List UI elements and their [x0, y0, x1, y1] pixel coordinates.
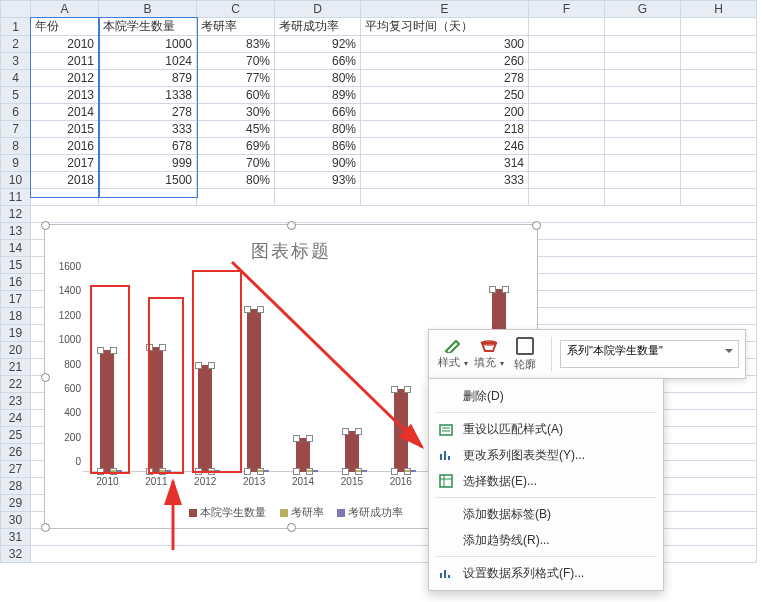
menu-item-delete[interactable]: 删除(D): [429, 383, 663, 409]
x-tick: 2015: [327, 476, 376, 492]
bar[interactable]: [296, 438, 310, 472]
y-tick: 600: [64, 382, 81, 393]
outline-icon: [516, 337, 534, 355]
bar[interactable]: [247, 309, 261, 472]
cell[interactable]: 平均复习时间（天）: [361, 18, 529, 36]
col-header-c[interactable]: C: [197, 1, 275, 18]
y-tick: 400: [64, 407, 81, 418]
col-header-f[interactable]: F: [529, 1, 605, 18]
menu-item-add-data-labels[interactable]: 添加数据标签(B): [429, 501, 663, 527]
y-tick: 1200: [59, 309, 81, 320]
chart-resize-handle[interactable]: [532, 221, 541, 230]
menu-item-format-series[interactable]: 设置数据系列格式(F)...: [429, 560, 663, 586]
menu-item-select-data[interactable]: 选择数据(E)...: [429, 468, 663, 494]
col-header-e[interactable]: E: [361, 1, 529, 18]
menu-item-add-trendline[interactable]: 添加趋势线(R)...: [429, 527, 663, 553]
chart-resize-handle[interactable]: [287, 221, 296, 230]
cell[interactable]: 考研成功率: [275, 18, 361, 36]
row-header[interactable]: 1: [1, 18, 31, 36]
col-header-g[interactable]: G: [605, 1, 681, 18]
y-tick: 200: [64, 431, 81, 442]
reset-icon: [437, 420, 455, 438]
y-tick: 800: [64, 358, 81, 369]
svg-rect-3: [440, 425, 452, 435]
chart-resize-handle[interactable]: [41, 523, 50, 532]
annotation-box: [192, 270, 242, 473]
x-tick: 2012: [181, 476, 230, 492]
chart-type-icon: [437, 446, 455, 464]
x-tick: 2013: [230, 476, 279, 492]
y-tick: 1600: [59, 261, 81, 272]
x-tick: 2010: [83, 476, 132, 492]
chart-resize-handle[interactable]: [287, 523, 296, 532]
y-tick: 0: [75, 456, 81, 467]
pen-icon: [444, 339, 462, 353]
annotation-box: [148, 297, 184, 474]
y-tick: 1000: [59, 334, 81, 345]
select-all-corner[interactable]: [1, 1, 31, 18]
col-header-a[interactable]: A: [31, 1, 99, 18]
chart-title[interactable]: 图表标题: [45, 225, 537, 267]
col-header-d[interactable]: D: [275, 1, 361, 18]
selection-range-b: [99, 17, 198, 198]
bar[interactable]: [394, 389, 408, 472]
x-tick: 2011: [132, 476, 181, 492]
svg-rect-4: [440, 475, 452, 487]
col-header-h[interactable]: H: [681, 1, 757, 18]
bar[interactable]: [345, 431, 359, 472]
bucket-icon: [479, 339, 499, 353]
spreadsheet-view: A B C D E F G H 1 年份 本院学生数量 考研率 考研成功率 平均…: [0, 0, 764, 602]
col-header-b[interactable]: B: [99, 1, 197, 18]
annotation-box: [90, 285, 130, 474]
x-tick: 2016: [376, 476, 425, 492]
cell[interactable]: 考研率: [197, 18, 275, 36]
y-axis: 02004006008001000120014001600: [49, 277, 81, 472]
style-button[interactable]: 样式 ▾: [435, 339, 471, 370]
fill-button[interactable]: 填充 ▾: [471, 339, 507, 370]
select-data-icon: [437, 472, 455, 490]
format-series-icon: [437, 564, 455, 582]
context-menu: 删除(D) 重设以匹配样式(A) 更改系列图表类型(Y)... 选择数据(E).…: [428, 378, 664, 591]
menu-item-reset-style[interactable]: 重设以匹配样式(A): [429, 416, 663, 442]
outline-button[interactable]: 轮廓: [507, 337, 543, 372]
y-tick: 1400: [59, 285, 81, 296]
menu-item-change-chart-type[interactable]: 更改系列图表类型(Y)...: [429, 442, 663, 468]
x-tick: 2014: [279, 476, 328, 492]
series-selector-dropdown[interactable]: 系列"本院学生数量": [560, 340, 739, 368]
selection-range-a: [30, 17, 99, 198]
mini-toolbar: 样式 ▾ 填充 ▾ 轮廓 系列"本院学生数量": [428, 329, 746, 379]
chart-resize-handle[interactable]: [41, 221, 50, 230]
